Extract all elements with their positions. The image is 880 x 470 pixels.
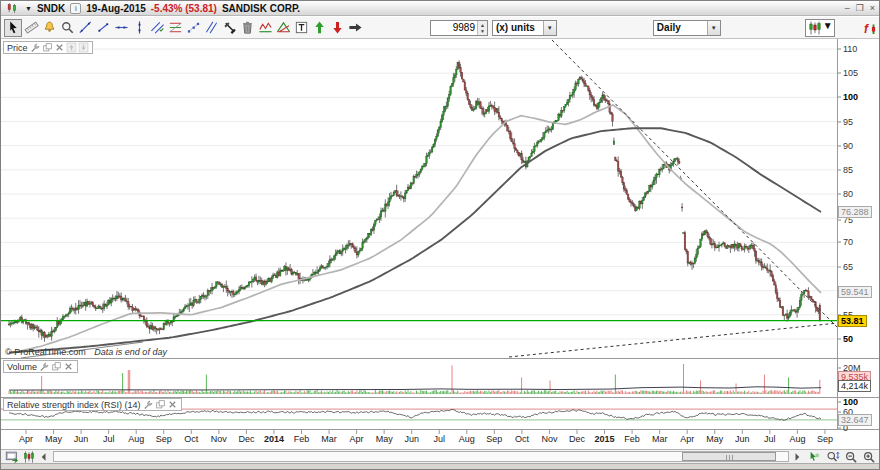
- instrument-dropdown-caret[interactable]: ▼: [25, 5, 32, 12]
- fibonacci-icon: [168, 20, 183, 35]
- time-scrollbar-thumb[interactable]: [682, 452, 776, 461]
- svg-text:f: f: [864, 22, 869, 36]
- price-badge-53.81: 53.81: [838, 315, 867, 327]
- price-gridlines: [1, 49, 837, 339]
- minimize-button[interactable]: –: [845, 3, 850, 13]
- month-label-Mar-11: Mar: [321, 434, 337, 444]
- rsi-panel-wrench-icon[interactable]: [143, 399, 154, 410]
- tool-arrowdown-button[interactable]: [328, 19, 346, 37]
- price-panel-header: Price: [3, 41, 93, 54]
- timeframe-select-value: Daily: [657, 22, 689, 33]
- text-icon: [294, 20, 309, 35]
- tool-channel-button[interactable]: [148, 19, 166, 37]
- price-panel-close-icon[interactable]: [54, 42, 65, 53]
- parallel-icon: [204, 20, 219, 35]
- indicator-fx-button[interactable]: f: [862, 21, 878, 37]
- volume-panel-header: Volume: [3, 360, 78, 373]
- window-bottom-edge: [1, 463, 879, 470]
- month-label-Jul-15: Jul: [433, 434, 445, 444]
- volume-panel-wrench-icon[interactable]: [39, 361, 50, 372]
- tool-arrowup-button[interactable]: [310, 19, 328, 37]
- info-icon[interactable]: i: [70, 3, 81, 14]
- tool-text-button[interactable]: [292, 19, 310, 37]
- rsi-tick-100: 100: [843, 397, 858, 407]
- company-label: SANDISK CORP.: [222, 3, 300, 14]
- instrument-icon[interactable]: [5, 2, 20, 15]
- tool-parallel-button[interactable]: [202, 19, 220, 37]
- segment-icon: [96, 20, 111, 35]
- ruler-icon: [24, 20, 39, 35]
- price-badge-59.541: 59.541: [838, 286, 872, 298]
- price-panel-movedown-icon[interactable]: [78, 42, 89, 53]
- bars-count-input[interactable]: [431, 22, 477, 33]
- month-label-Apr-12: Apr: [350, 434, 364, 444]
- month-label-Sep-5: Sep: [156, 434, 172, 444]
- tool-trendline-button[interactable]: [76, 19, 94, 37]
- tool-fibonacci-button[interactable]: [166, 19, 184, 37]
- zoompointer-button[interactable]: [807, 450, 822, 463]
- tool-segment-button[interactable]: [94, 19, 112, 37]
- bottom-navigation-bar: [1, 449, 879, 463]
- price-panel-win-icon[interactable]: [42, 42, 53, 53]
- vline-icon: [132, 20, 147, 35]
- tool-zigzag-button[interactable]: [256, 19, 274, 37]
- timeframe-select-caret-icon: ▼: [707, 21, 720, 35]
- chart-style-caret-icon: ▼: [823, 20, 833, 36]
- drawing-toolbar: ▲▼ (x) units ▼ Daily ▼ ▼: [1, 17, 879, 39]
- tool-hammer-button[interactable]: [220, 19, 238, 37]
- rsi-panel-close-icon[interactable]: [167, 399, 178, 410]
- bottom-left-icons: [4, 450, 36, 463]
- bottom-candlesmini-icon[interactable]: [21, 450, 36, 463]
- scroll-right-button[interactable]: [791, 450, 804, 463]
- zoomin-button[interactable]: [861, 450, 876, 463]
- units-select[interactable]: (x) units ▼: [492, 20, 557, 36]
- trendline-icon: [78, 20, 93, 35]
- window-titlebar: ▼ SNDK i 19-Aug-2015 -5.43% (53.81) SAND…: [1, 1, 879, 16]
- chart-plot-area[interactable]: AprMayJunJulAugSepOctNovDec2014FebMarApr…: [1, 39, 880, 449]
- price-tick-105: 105: [843, 68, 858, 78]
- volume-panel-win-icon[interactable]: [51, 361, 62, 372]
- scroll-left-button[interactable]: [38, 450, 51, 463]
- month-label-Oct-18: Oct: [515, 434, 530, 444]
- tool-tripattern-button[interactable]: [274, 19, 292, 37]
- tool-trash-button[interactable]: [238, 19, 256, 37]
- bottom-export-icon[interactable]: [4, 450, 19, 463]
- rsi-panel-win-icon[interactable]: [155, 399, 166, 410]
- zoomfit-button[interactable]: [825, 450, 840, 463]
- timeframe-select[interactable]: Daily ▼: [653, 20, 721, 36]
- month-label-May-13: May: [376, 434, 394, 444]
- symbol-label: SNDK: [37, 3, 65, 14]
- month-label-Mar-23: Mar: [652, 434, 668, 444]
- tool-ruler-button[interactable]: [22, 19, 40, 37]
- tool-vline-button[interactable]: [130, 19, 148, 37]
- ascending-trendline[interactable]: [509, 323, 838, 357]
- month-label-Dec-20: Dec: [569, 434, 586, 444]
- data-note-text: Data is end of day: [94, 347, 167, 357]
- tool-points-button[interactable]: [184, 19, 202, 37]
- time-scrollbar[interactable]: [53, 451, 789, 462]
- month-label-Apr-0: Apr: [19, 434, 33, 444]
- month-label-Feb-22: Feb: [624, 434, 640, 444]
- tool-pointer-button[interactable]: [4, 19, 22, 37]
- tripattern-icon: [276, 20, 291, 35]
- price-panel-wrench-icon[interactable]: [30, 42, 41, 53]
- tool-magnifier-button[interactable]: [58, 19, 76, 37]
- prorealtime-chart-window: ▼ SNDK i 19-Aug-2015 -5.43% (53.81) SAND…: [0, 0, 880, 470]
- close-button[interactable]: ×: [870, 3, 875, 13]
- chart-style-button[interactable]: ▼: [805, 19, 835, 37]
- tool-hline-button[interactable]: [112, 19, 130, 37]
- restore-button[interactable]: ❐: [856, 3, 864, 13]
- tool-bell-button[interactable]: [40, 19, 58, 37]
- bars-count-stepper[interactable]: ▲▼: [477, 21, 487, 35]
- volume-panel-buttons: [39, 361, 74, 372]
- price-panel-moveup-icon[interactable]: [66, 42, 77, 53]
- volume-panel-close-icon[interactable]: [63, 361, 74, 372]
- month-label-Sep-29: Sep: [817, 434, 833, 444]
- price-tick-95: 95: [843, 117, 853, 127]
- time-axis: AprMayJunJulAugSepOctNovDec2014FebMarApr…: [19, 430, 833, 444]
- month-label-Jun-26: Jun: [735, 434, 750, 444]
- zoomout-button[interactable]: [843, 450, 858, 463]
- tool-arrowright-button[interactable]: [346, 19, 364, 37]
- month-label-Oct-6: Oct: [184, 434, 199, 444]
- descending-trendline[interactable]: [552, 40, 838, 328]
